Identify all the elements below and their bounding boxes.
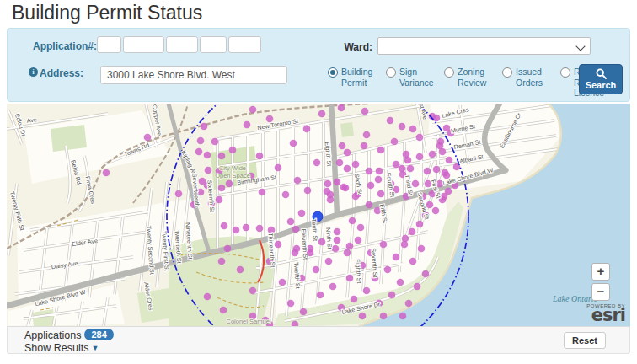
permit-dot[interactable] [334, 179, 341, 186]
permit-dot[interactable] [293, 245, 301, 253]
permit-dot[interactable] [216, 196, 223, 204]
permit-dot[interactable] [367, 182, 375, 190]
permit-dot[interactable] [346, 243, 354, 250]
permit-dot[interactable] [224, 245, 232, 253]
address-input[interactable] [100, 66, 287, 84]
permit-dot[interactable] [318, 110, 326, 118]
radio-circle-icon[interactable] [386, 67, 396, 78]
permit-dot[interactable] [282, 191, 290, 199]
permit-dot[interactable] [204, 293, 211, 301]
permit-dot[interactable] [279, 279, 286, 286]
permit-dot[interactable] [399, 313, 407, 320]
permit-dot[interactable] [340, 184, 348, 191]
permit-dot[interactable] [256, 225, 264, 233]
permit-dot[interactable] [445, 188, 452, 195]
permit-dot[interactable] [325, 258, 333, 265]
permit-dot[interactable] [357, 224, 365, 232]
permit-dot[interactable] [259, 189, 266, 196]
permit-dot[interactable] [218, 258, 226, 265]
permit-dot[interactable] [432, 207, 440, 215]
permit-dot[interactable] [429, 151, 436, 158]
permit-dot[interactable] [433, 166, 441, 174]
permit-dot[interactable] [352, 161, 360, 169]
radio-circle-icon[interactable] [560, 67, 570, 78]
permit-dot[interactable] [387, 117, 394, 125]
permit-dot[interactable] [175, 190, 183, 198]
permit-dot[interactable] [300, 308, 308, 316]
permit-dot[interactable] [376, 168, 383, 175]
search-button[interactable]: Search [579, 64, 623, 94]
permit-dot[interactable] [292, 226, 300, 233]
permit-dot[interactable] [349, 217, 356, 225]
application-part-5-input[interactable] [228, 36, 261, 53]
permit-dot[interactable] [144, 134, 152, 142]
show-results-toggle[interactable]: Show Results▼ [24, 342, 99, 354]
permit-dot[interactable] [324, 188, 331, 195]
permit-dot[interactable] [303, 126, 311, 133]
permit-dot[interactable] [393, 254, 400, 261]
application-part-4-input[interactable] [200, 36, 227, 53]
permit-dot[interactable] [327, 196, 335, 204]
permit-dot[interactable] [344, 165, 351, 173]
permit-dot[interactable] [384, 266, 392, 274]
permit-dot[interactable] [205, 167, 212, 174]
permit-dot[interactable] [294, 177, 302, 185]
permit-dot[interactable] [416, 153, 424, 161]
permit-dot[interactable] [346, 275, 354, 282]
permit-dot[interactable] [256, 153, 264, 160]
permit-dot[interactable] [204, 152, 211, 159]
permit-dot[interactable] [298, 210, 306, 217]
permit-dot[interactable] [422, 270, 430, 278]
map-canvas[interactable]: New Toronto StCopper AveTowns RdEdlou Dr… [7, 104, 630, 326]
permit-dot[interactable] [195, 148, 203, 156]
permit-dot[interactable] [317, 292, 324, 299]
permit-dot[interactable] [377, 190, 385, 198]
permit-dot[interactable] [338, 104, 345, 112]
permit-dot[interactable] [414, 283, 421, 291]
permit-dot[interactable] [416, 221, 424, 228]
permit-dot[interactable] [244, 121, 251, 129]
permit-dot[interactable] [334, 237, 341, 244]
radio-circle-icon[interactable] [502, 67, 512, 78]
permit-dot[interactable] [397, 279, 404, 286]
permit-dot[interactable] [201, 123, 208, 131]
permit-dot[interactable] [393, 161, 400, 169]
application-part-3-input[interactable] [166, 36, 198, 53]
permit-dot[interactable] [377, 147, 385, 154]
permit-dot[interactable] [355, 237, 362, 244]
permit-dot[interactable] [336, 159, 344, 167]
permit-dot[interactable] [359, 313, 367, 320]
permit-dot[interactable] [436, 142, 444, 150]
zoom-in-button[interactable]: + [592, 263, 610, 281]
permit-dot[interactable] [211, 138, 219, 146]
permit-dot[interactable] [221, 222, 228, 230]
permit-dot[interactable] [351, 296, 358, 303]
permit-dot[interactable] [366, 168, 373, 175]
permit-dot[interactable] [410, 258, 417, 265]
permit-dot[interactable] [363, 131, 371, 139]
radio-issued-orders[interactable]: Issued Orders [502, 67, 553, 99]
reset-button[interactable]: Reset [564, 332, 606, 349]
permit-dot[interactable] [237, 266, 244, 274]
permit-dot[interactable] [446, 157, 453, 164]
permit-dot[interactable] [424, 168, 431, 175]
permit-dot[interactable] [229, 147, 237, 154]
permit-dot[interactable] [226, 180, 233, 188]
permit-dot[interactable] [329, 283, 337, 291]
permit-dot[interactable] [218, 185, 226, 192]
permit-dot[interactable] [375, 176, 383, 184]
permit-dot[interactable] [407, 165, 415, 173]
permit-dot[interactable] [433, 115, 441, 122]
permit-dot[interactable] [324, 180, 332, 188]
permit-dot[interactable] [361, 142, 368, 150]
permit-dot[interactable] [416, 134, 424, 142]
application-part-2-input[interactable] [123, 36, 164, 53]
permit-dot[interactable] [103, 169, 110, 177]
permit-dot[interactable] [290, 140, 297, 147]
permit-dot[interactable] [388, 292, 396, 299]
permit-dot[interactable] [275, 164, 282, 172]
permit-dot[interactable] [366, 201, 373, 209]
permit-dot[interactable] [399, 123, 406, 131]
permit-dot[interactable] [405, 300, 413, 308]
permit-dot[interactable] [313, 159, 321, 167]
